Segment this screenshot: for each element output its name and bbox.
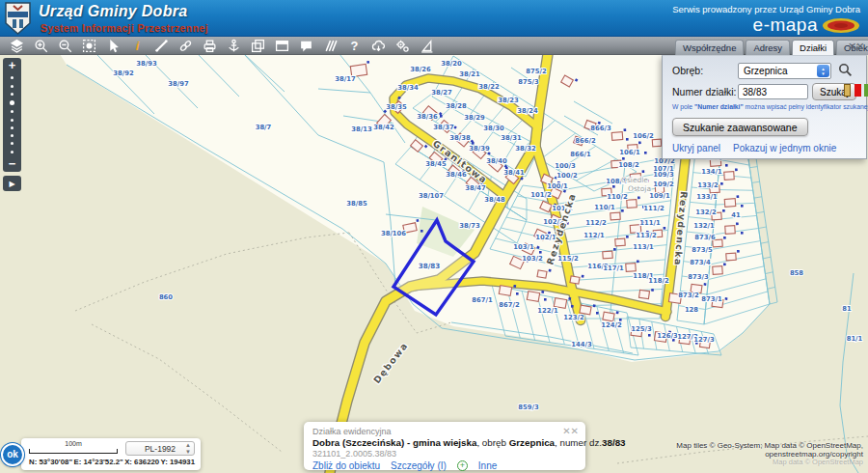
popup-close-icon[interactable]: ✕✕ [562,426,579,436]
zoom-level-dot[interactable] [11,85,14,88]
hide-panel-link[interactable]: Ukryj panel [672,143,720,153]
parcel-number-label: 38/46 [446,171,467,179]
ok-button[interactable]: ok [1,443,24,466]
zoom-in-icon[interactable] [29,37,53,54]
parcel-number-label: 109/1 [649,192,670,200]
obreb-select[interactable]: Grzepnica ▲▼ [738,63,831,79]
lines-icon[interactable] [318,37,342,54]
select-area-icon[interactable] [77,37,101,54]
zoom-level-dot[interactable] [11,151,14,153]
link-icon[interactable] [174,37,198,54]
parcel-number-label: 38/21 [459,70,480,78]
zoom-level-dot[interactable] [11,110,14,113]
scale-label: 100m [29,440,118,447]
tab-adresy[interactable]: Adresy [746,40,790,55]
parcel-number-label: 38/13 [351,125,372,133]
parcel-number-label: 110/2 [607,193,628,201]
parcel-number-label: 124/2 [601,321,622,329]
parcel-number-label: 38/42 [373,124,394,131]
zoom-level-dot[interactable] [11,93,14,96]
measure-icon[interactable] [149,37,174,54]
tab-działki[interactable]: Działki [792,40,834,55]
layers-icon[interactable] [5,37,29,54]
parcel-number-label: 38/20 [441,60,462,68]
parcel-number-label: 38/30 [483,125,504,132]
zoom-level-dot[interactable] [11,142,14,145]
add-icon[interactable]: + [457,460,468,471]
parcel-number-label: 118/2 [648,277,669,285]
parcel-number-label: 100/3 [555,162,576,170]
place-label: Ostoja [628,184,651,193]
crs-stepper-icon: ▲▼ [185,442,191,456]
tab-współrzędne[interactable]: Współrzędne [675,40,744,55]
parcel-number-label: 38/38 [449,134,471,142]
address-point [516,292,519,295]
other-link[interactable]: Inne [478,460,497,471]
single-window-link[interactable]: Pokazuj w jednym oknie [733,143,836,153]
address-point [571,305,574,308]
panel-expander-arrow-icon[interactable]: ▶ [3,176,21,191]
help-icon[interactable]: ? [342,37,366,54]
parcel-number-label: 38/39 [469,145,490,153]
zoom-in-button[interactable]: + [9,60,16,71]
zoom-out-icon[interactable] [53,37,77,54]
zoom-level-dot[interactable] [11,126,14,129]
svg-text:i: i [136,39,140,53]
panel-tabs: WspółrzędneAdresyDziałkiObiekty [675,40,868,55]
parcel-number-label: 38/41 [503,169,525,177]
parcel-number-label: 38/28 [446,102,467,110]
parcel-number-label: 133/1 [696,193,718,201]
parcel-number-label: 866/2 [575,137,596,145]
parcel-number-label: 125/3 [631,325,652,333]
parcel-number-input[interactable] [738,84,808,99]
parcel-number-label: 38/85 [346,200,367,208]
parcel-number-label: 873/4 [690,259,711,266]
coord-y: Y: 194931 [161,458,195,466]
select-stepper-icon[interactable]: ▲▼ [817,65,829,77]
parcel-number-label: 106/2 [633,132,654,140]
search-icon[interactable] [838,63,853,77]
navigate-icon[interactable] [415,37,439,54]
crs-select[interactable]: PL-1992 ▲▼ [125,441,195,456]
parcel-number-label: 109/3 [653,171,674,179]
print-icon[interactable] [198,37,222,54]
copy-view-icon[interactable] [246,37,270,54]
parcel-number-label: 38/48 [484,196,505,204]
obreb-label: Obręb: [672,65,703,76]
info-icon[interactable]: i [125,37,149,54]
parcel-number-label: Numer działki: [672,86,737,97]
details-link[interactable]: Szczegóły (I) [391,460,447,471]
zoom-level-slider[interactable] [10,71,14,158]
zoom-out-button[interactable]: − [9,158,16,170]
parcel-number-label: 122/1 [537,307,558,315]
parcel-number-label: 123/2 [563,314,584,321]
parcel-number-label: 38/34 [397,84,419,92]
zoom-level-dot[interactable] [10,100,14,105]
zoom-level-dot[interactable] [11,119,14,122]
cursor-icon[interactable] [101,37,125,54]
parcel-number-label: 113/1 [633,243,654,251]
zoom-to-object-link[interactable]: Zbliż do obiektu [312,460,380,471]
swatch-red[interactable] [854,84,861,97]
settings-icon[interactable] [391,37,415,54]
parcel-number-label: 873/3 [688,273,709,281]
panel-close-icon[interactable]: ✕✕ [848,41,863,53]
parcel-number-label: 38/97 [168,80,189,88]
parcel-info-popup: Działka ewidencyjna ✕✕ Dobra (Szczecińsk… [304,422,585,470]
header-bar: Urząd Gminy Dobra System Informacji Prze… [0,0,868,37]
zoom-level-dot[interactable] [11,76,14,79]
advanced-search-button[interactable]: Szukanie zaawansowane [672,118,808,136]
parcel-number-label: 873/6 [694,234,716,241]
comment-icon[interactable] [294,37,318,54]
parcel-number-label: 867/1 [472,296,493,304]
zoom-level-dot[interactable] [11,134,14,137]
parcel-number-label: 873/2 [678,292,699,299]
parcel-number-label: 41 [731,211,741,219]
parcel-number-label: 112/1 [583,232,605,239]
map-attribution: Map tiles © Geo-System; Map data © OpenS… [676,441,863,467]
swatch-green[interactable] [864,84,868,97]
layout-icon[interactable] [270,37,294,54]
swatch-yellow[interactable] [844,84,851,97]
cloud-download-icon[interactable] [366,37,391,54]
anchor-icon[interactable] [222,37,246,54]
